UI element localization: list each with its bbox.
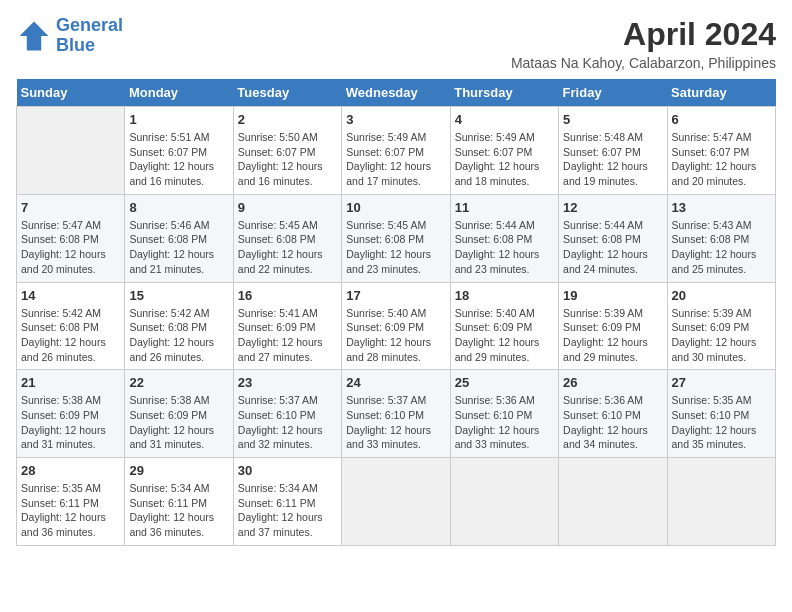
- day-cell: [342, 458, 450, 546]
- title-area: April 2024 Mataas Na Kahoy, Calabarzon, …: [511, 16, 776, 71]
- day-cell: [17, 107, 125, 195]
- header-cell-wednesday: Wednesday: [342, 79, 450, 107]
- day-detail: Sunrise: 5:43 AMSunset: 6:08 PMDaylight:…: [672, 218, 771, 277]
- day-detail: Sunrise: 5:37 AMSunset: 6:10 PMDaylight:…: [238, 393, 337, 452]
- day-number: 18: [455, 288, 554, 303]
- day-cell: 8Sunrise: 5:46 AMSunset: 6:08 PMDaylight…: [125, 194, 233, 282]
- day-number: 12: [563, 200, 662, 215]
- day-cell: 19Sunrise: 5:39 AMSunset: 6:09 PMDayligh…: [559, 282, 667, 370]
- header-cell-tuesday: Tuesday: [233, 79, 341, 107]
- day-number: 19: [563, 288, 662, 303]
- logo-text: General Blue: [56, 16, 123, 56]
- day-cell: 28Sunrise: 5:35 AMSunset: 6:11 PMDayligh…: [17, 458, 125, 546]
- day-detail: Sunrise: 5:45 AMSunset: 6:08 PMDaylight:…: [346, 218, 445, 277]
- day-detail: Sunrise: 5:35 AMSunset: 6:10 PMDaylight:…: [672, 393, 771, 452]
- day-cell: 11Sunrise: 5:44 AMSunset: 6:08 PMDayligh…: [450, 194, 558, 282]
- header-cell-friday: Friday: [559, 79, 667, 107]
- day-detail: Sunrise: 5:40 AMSunset: 6:09 PMDaylight:…: [346, 306, 445, 365]
- day-detail: Sunrise: 5:36 AMSunset: 6:10 PMDaylight:…: [455, 393, 554, 452]
- calendar-header: SundayMondayTuesdayWednesdayThursdayFrid…: [17, 79, 776, 107]
- week-row-3: 14Sunrise: 5:42 AMSunset: 6:08 PMDayligh…: [17, 282, 776, 370]
- day-number: 2: [238, 112, 337, 127]
- day-detail: Sunrise: 5:38 AMSunset: 6:09 PMDaylight:…: [129, 393, 228, 452]
- day-number: 22: [129, 375, 228, 390]
- day-number: 17: [346, 288, 445, 303]
- day-detail: Sunrise: 5:37 AMSunset: 6:10 PMDaylight:…: [346, 393, 445, 452]
- day-detail: Sunrise: 5:34 AMSunset: 6:11 PMDaylight:…: [129, 481, 228, 540]
- day-detail: Sunrise: 5:38 AMSunset: 6:09 PMDaylight:…: [21, 393, 120, 452]
- day-number: 7: [21, 200, 120, 215]
- day-cell: 17Sunrise: 5:40 AMSunset: 6:09 PMDayligh…: [342, 282, 450, 370]
- day-cell: 5Sunrise: 5:48 AMSunset: 6:07 PMDaylight…: [559, 107, 667, 195]
- header-row: SundayMondayTuesdayWednesdayThursdayFrid…: [17, 79, 776, 107]
- day-detail: Sunrise: 5:46 AMSunset: 6:08 PMDaylight:…: [129, 218, 228, 277]
- day-cell: 6Sunrise: 5:47 AMSunset: 6:07 PMDaylight…: [667, 107, 775, 195]
- header-cell-saturday: Saturday: [667, 79, 775, 107]
- day-detail: Sunrise: 5:47 AMSunset: 6:08 PMDaylight:…: [21, 218, 120, 277]
- day-cell: 27Sunrise: 5:35 AMSunset: 6:10 PMDayligh…: [667, 370, 775, 458]
- logo-icon: [16, 18, 52, 54]
- calendar-table: SundayMondayTuesdayWednesdayThursdayFrid…: [16, 79, 776, 546]
- day-number: 1: [129, 112, 228, 127]
- day-cell: 2Sunrise: 5:50 AMSunset: 6:07 PMDaylight…: [233, 107, 341, 195]
- day-detail: Sunrise: 5:42 AMSunset: 6:08 PMDaylight:…: [21, 306, 120, 365]
- day-detail: Sunrise: 5:45 AMSunset: 6:08 PMDaylight:…: [238, 218, 337, 277]
- day-number: 20: [672, 288, 771, 303]
- day-number: 27: [672, 375, 771, 390]
- day-number: 16: [238, 288, 337, 303]
- day-detail: Sunrise: 5:44 AMSunset: 6:08 PMDaylight:…: [455, 218, 554, 277]
- week-row-2: 7Sunrise: 5:47 AMSunset: 6:08 PMDaylight…: [17, 194, 776, 282]
- day-number: 23: [238, 375, 337, 390]
- day-number: 6: [672, 112, 771, 127]
- day-cell: 9Sunrise: 5:45 AMSunset: 6:08 PMDaylight…: [233, 194, 341, 282]
- day-cell: 4Sunrise: 5:49 AMSunset: 6:07 PMDaylight…: [450, 107, 558, 195]
- day-cell: 29Sunrise: 5:34 AMSunset: 6:11 PMDayligh…: [125, 458, 233, 546]
- day-cell: [450, 458, 558, 546]
- day-cell: [667, 458, 775, 546]
- day-cell: 14Sunrise: 5:42 AMSunset: 6:08 PMDayligh…: [17, 282, 125, 370]
- header-cell-thursday: Thursday: [450, 79, 558, 107]
- day-cell: 16Sunrise: 5:41 AMSunset: 6:09 PMDayligh…: [233, 282, 341, 370]
- header-cell-monday: Monday: [125, 79, 233, 107]
- day-detail: Sunrise: 5:49 AMSunset: 6:07 PMDaylight:…: [455, 130, 554, 189]
- day-number: 29: [129, 463, 228, 478]
- logo: General Blue: [16, 16, 123, 56]
- week-row-5: 28Sunrise: 5:35 AMSunset: 6:11 PMDayligh…: [17, 458, 776, 546]
- day-detail: Sunrise: 5:34 AMSunset: 6:11 PMDaylight:…: [238, 481, 337, 540]
- day-cell: 10Sunrise: 5:45 AMSunset: 6:08 PMDayligh…: [342, 194, 450, 282]
- day-cell: 18Sunrise: 5:40 AMSunset: 6:09 PMDayligh…: [450, 282, 558, 370]
- day-cell: 25Sunrise: 5:36 AMSunset: 6:10 PMDayligh…: [450, 370, 558, 458]
- day-cell: [559, 458, 667, 546]
- svg-marker-0: [20, 21, 49, 50]
- day-cell: 22Sunrise: 5:38 AMSunset: 6:09 PMDayligh…: [125, 370, 233, 458]
- day-cell: 24Sunrise: 5:37 AMSunset: 6:10 PMDayligh…: [342, 370, 450, 458]
- day-number: 30: [238, 463, 337, 478]
- day-number: 25: [455, 375, 554, 390]
- day-cell: 26Sunrise: 5:36 AMSunset: 6:10 PMDayligh…: [559, 370, 667, 458]
- day-number: 9: [238, 200, 337, 215]
- day-detail: Sunrise: 5:47 AMSunset: 6:07 PMDaylight:…: [672, 130, 771, 189]
- day-cell: 7Sunrise: 5:47 AMSunset: 6:08 PMDaylight…: [17, 194, 125, 282]
- day-cell: 1Sunrise: 5:51 AMSunset: 6:07 PMDaylight…: [125, 107, 233, 195]
- day-cell: 20Sunrise: 5:39 AMSunset: 6:09 PMDayligh…: [667, 282, 775, 370]
- day-cell: 13Sunrise: 5:43 AMSunset: 6:08 PMDayligh…: [667, 194, 775, 282]
- day-detail: Sunrise: 5:40 AMSunset: 6:09 PMDaylight:…: [455, 306, 554, 365]
- day-number: 15: [129, 288, 228, 303]
- day-number: 14: [21, 288, 120, 303]
- month-title: April 2024: [511, 16, 776, 53]
- day-number: 8: [129, 200, 228, 215]
- day-detail: Sunrise: 5:36 AMSunset: 6:10 PMDaylight:…: [563, 393, 662, 452]
- page-header: General Blue April 2024 Mataas Na Kahoy,…: [16, 16, 776, 71]
- day-number: 11: [455, 200, 554, 215]
- day-number: 3: [346, 112, 445, 127]
- day-cell: 21Sunrise: 5:38 AMSunset: 6:09 PMDayligh…: [17, 370, 125, 458]
- day-number: 4: [455, 112, 554, 127]
- day-detail: Sunrise: 5:48 AMSunset: 6:07 PMDaylight:…: [563, 130, 662, 189]
- day-detail: Sunrise: 5:42 AMSunset: 6:08 PMDaylight:…: [129, 306, 228, 365]
- day-number: 5: [563, 112, 662, 127]
- day-cell: 23Sunrise: 5:37 AMSunset: 6:10 PMDayligh…: [233, 370, 341, 458]
- location-subtitle: Mataas Na Kahoy, Calabarzon, Philippines: [511, 55, 776, 71]
- day-cell: 12Sunrise: 5:44 AMSunset: 6:08 PMDayligh…: [559, 194, 667, 282]
- day-detail: Sunrise: 5:39 AMSunset: 6:09 PMDaylight:…: [672, 306, 771, 365]
- day-detail: Sunrise: 5:51 AMSunset: 6:07 PMDaylight:…: [129, 130, 228, 189]
